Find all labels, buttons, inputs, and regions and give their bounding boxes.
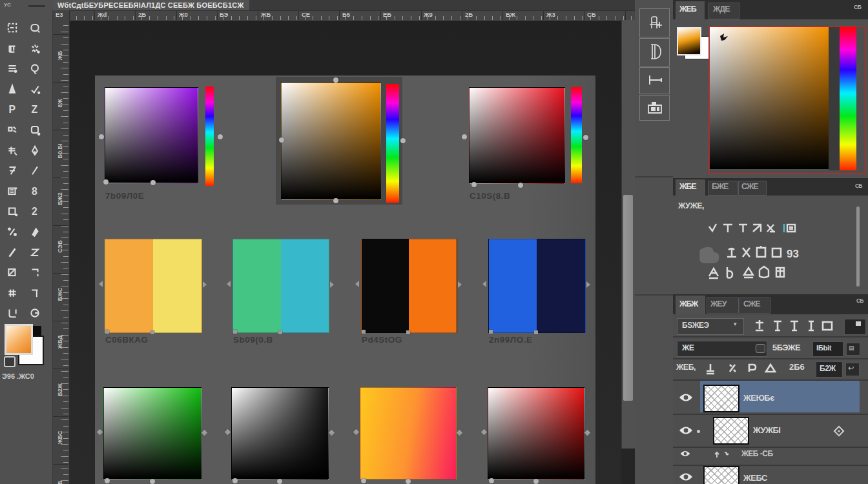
svg-text:2: 2	[32, 206, 37, 217]
svg-text:Z: Z	[31, 104, 37, 115]
svg-text:P: P	[8, 104, 16, 115]
svg-text:93: 93	[787, 248, 799, 260]
svg-text:8: 8	[32, 186, 37, 197]
